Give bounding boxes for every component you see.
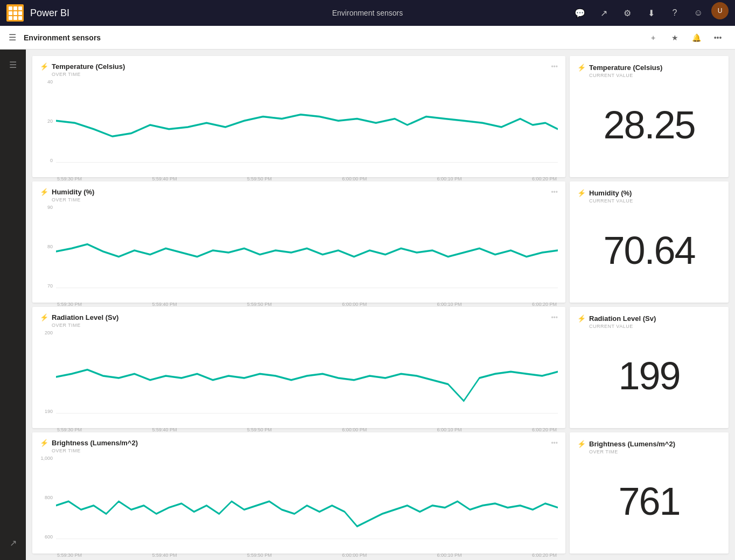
brightness-value: 761	[577, 457, 721, 546]
add-button[interactable]: +	[645, 29, 662, 46]
humidity-svg	[56, 205, 558, 298]
humidity-chart-inner: 5:59:30 PM5:59:40 PM5:59:50 PM6:00:00 PM…	[56, 205, 558, 298]
humidity-chart-more[interactable]: •••	[551, 188, 558, 196]
temp-chart-inner: 5:59:30 PM5:59:40 PM5:59:50 PM6:00:00 PM…	[56, 79, 558, 173]
humidity-current-card: ⚡ Humidity (%) CURRENT VALUE 70.64	[570, 181, 729, 303]
humidity-y-labels: 908070	[40, 205, 55, 289]
sidebar-menu-icon[interactable]: ☰	[2, 54, 24, 75]
radiation-value: 199	[577, 331, 721, 421]
brightness-chart-inner: 5:59:30 PM5:59:40 PM5:59:50 PM6:00:00 PM…	[56, 456, 558, 549]
humidity-value: 70.64	[577, 206, 721, 295]
radiation-bolt-icon: ⚡	[40, 313, 48, 321]
download-button[interactable]: ⬇	[640, 2, 662, 24]
smiley-button[interactable]: ☺	[688, 2, 709, 24]
temp-y-labels: 40200	[40, 79, 55, 163]
humidity-chart-wrapper: 908070 5:59:30 PM5:59:40 PM5:59:50 PM6:0…	[40, 205, 558, 298]
app-title: Power BI	[30, 8, 69, 19]
arrow-button[interactable]: ↗	[593, 2, 614, 24]
temp-x-labels: 5:59:30 PM5:59:40 PM5:59:50 PM6:00:00 PM…	[56, 176, 558, 181]
brightness-chart-subtitle: OVER TIME	[40, 448, 558, 453]
humidity-cv-subtitle: CURRENT VALUE	[577, 198, 721, 204]
brightness-cv-title: Brightness (Lumens/m^2)	[589, 440, 675, 448]
content-area: ⚡ Temperature (Celsius) ••• OVER TIME 40…	[26, 50, 735, 560]
temp-cv-subtitle: CURRENT VALUE	[577, 73, 721, 78]
share-button[interactable]: 🔔	[688, 29, 705, 46]
humidity-cv-bolt-icon: ⚡	[577, 189, 586, 197]
temp-chart-subtitle: OVER TIME	[40, 72, 558, 77]
radiation-chart-title: Radiation Level (Sv)	[52, 313, 118, 321]
temp-chart-title: Temperature (Celsius)	[52, 62, 125, 71]
brightness-current-card: ⚡ Brightness (Lumens/m^2) OVER TIME 761	[570, 432, 729, 554]
temp-cv-bolt-icon: ⚡	[577, 64, 586, 72]
radiation-chart-wrapper: 200190 5:59:30 PM5:59:40 PM5:59:50 PM6:0…	[40, 330, 558, 424]
subbar: ☰ Environment sensors + ★ 🔔 •••	[0, 26, 735, 50]
sidebar: ☰ ↗	[0, 50, 26, 560]
favorite-button[interactable]: ★	[666, 29, 683, 46]
menu-icon[interactable]: ☰	[9, 32, 16, 43]
temp-bolt-icon: ⚡	[40, 62, 48, 71]
brightness-chart-wrapper: 1,000800600 5:59:30 PM5:59:40 PM5:59:50 …	[40, 456, 558, 549]
temp-over-time-card: ⚡ Temperature (Celsius) ••• OVER TIME 40…	[32, 56, 565, 177]
topbar-icons: 💬 ↗ ⚙ ⬇ ? ☺ U	[569, 2, 729, 24]
radiation-over-time-card: ⚡ Radiation Level (Sv) ••• OVER TIME 200…	[32, 307, 565, 428]
humidity-bolt-icon: ⚡	[40, 188, 48, 196]
brightness-svg	[56, 456, 558, 549]
radiation-chart-inner: 5:59:30 PM5:59:40 PM5:59:50 PM6:00:00 PM…	[56, 330, 558, 424]
topbar: Power BI Environment sensors 💬 ↗ ⚙ ⬇ ? ☺…	[0, 0, 735, 26]
radiation-svg	[56, 330, 558, 424]
temp-chart-wrapper: 40200 5:59:30 PM5:59:40 PM5:59:50 PM6:00…	[40, 79, 558, 173]
brightness-cv-bolt-icon: ⚡	[577, 440, 586, 448]
report-title: Environment sensors	[332, 9, 403, 17]
brightness-over-time-card: ⚡ Brightness (Lumens/m^2) ••• OVER TIME …	[32, 432, 565, 554]
radiation-y-labels: 200190	[40, 330, 55, 414]
brightness-chart-title: Brightness (Lumens/m^2)	[52, 439, 138, 447]
brightness-chart-more[interactable]: •••	[551, 439, 558, 447]
brightness-cv-subtitle: OVER TIME	[577, 449, 721, 454]
sidebar-back-icon[interactable]: ↗	[2, 532, 24, 554]
humidity-cv-title: Humidity (%)	[589, 189, 632, 197]
radiation-current-card: ⚡ Radiation Level (Sv) CURRENT VALUE 199	[570, 307, 729, 428]
radiation-chart-more[interactable]: •••	[551, 314, 558, 321]
subbar-actions: + ★ 🔔 •••	[645, 29, 726, 46]
radiation-cv-bolt-icon: ⚡	[577, 314, 586, 323]
temp-svg	[56, 79, 558, 173]
radiation-x-labels: 5:59:30 PM5:59:40 PM5:59:50 PM6:00:00 PM…	[56, 427, 558, 432]
brightness-y-labels: 1,000800600	[40, 456, 55, 540]
more-button[interactable]: •••	[709, 29, 726, 46]
brightness-bolt-icon: ⚡	[40, 439, 48, 447]
subbar-title: Environment sensors	[24, 33, 645, 42]
humidity-chart-subtitle: OVER TIME	[40, 197, 558, 202]
help-button[interactable]: ?	[664, 2, 685, 24]
radiation-cv-title: Radiation Level (Sv)	[589, 314, 656, 323]
radiation-chart-subtitle: OVER TIME	[40, 323, 558, 328]
temp-chart-more[interactable]: •••	[551, 63, 558, 71]
humidity-chart-title: Humidity (%)	[52, 188, 94, 196]
comment-button[interactable]: 💬	[569, 2, 591, 24]
temp-value: 28.25	[577, 80, 721, 170]
humidity-over-time-card: ⚡ Humidity (%) ••• OVER TIME 908070 5:59…	[32, 181, 565, 303]
settings-button[interactable]: ⚙	[617, 2, 638, 24]
temp-cv-title: Temperature (Celsius)	[589, 64, 662, 72]
main-layout: ☰ ↗ ⚡ Temperature (Celsius) ••• OVER TIM…	[0, 50, 735, 560]
waffle-menu[interactable]	[6, 4, 24, 22]
temp-current-card: ⚡ Temperature (Celsius) CURRENT VALUE 28…	[570, 56, 729, 177]
brightness-x-labels: 5:59:30 PM5:59:40 PM5:59:50 PM6:00:00 PM…	[56, 552, 558, 558]
user-avatar[interactable]: U	[711, 2, 729, 19]
radiation-cv-subtitle: CURRENT VALUE	[577, 324, 721, 329]
humidity-x-labels: 5:59:30 PM5:59:40 PM5:59:50 PM6:00:00 PM…	[56, 302, 558, 307]
